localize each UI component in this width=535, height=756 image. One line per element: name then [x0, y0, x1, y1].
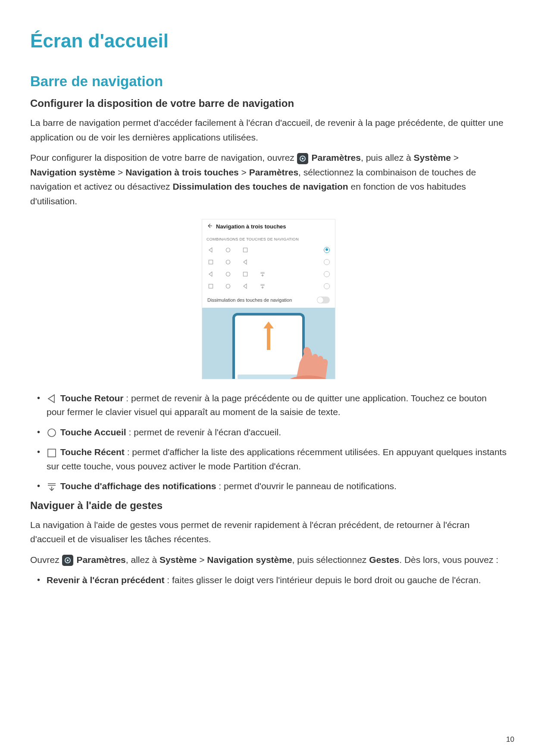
back-triangle-icon [242, 283, 249, 290]
text: , puis allez à [361, 153, 414, 162]
recent-square-icon [47, 448, 57, 458]
document-page: Écran d'accueil Barre de navigation Conf… [0, 0, 535, 756]
hand-pointer-icon [287, 337, 335, 379]
key-title: Touche Retour [60, 393, 124, 403]
bullet-title: Revenir à l'écran précédent [47, 575, 164, 585]
label-parametres: Paramètres [76, 555, 125, 565]
nav-combo-row [202, 256, 335, 268]
text: > [239, 167, 249, 177]
home-circle-icon [225, 271, 232, 278]
back-triangle-icon [207, 247, 214, 253]
text: > [115, 167, 125, 177]
list-item: Touche d'affichage des notifications : p… [37, 479, 507, 494]
subsection-heading-2: Naviguer à l'aide de gestes [30, 500, 507, 512]
radio-selected-icon [324, 247, 330, 253]
notification-pull-icon [47, 482, 57, 492]
back-triangle-icon [242, 259, 249, 266]
gesture-list: Revenir à l'écran précédent : faites gli… [35, 573, 507, 587]
svg-rect-4 [243, 248, 247, 252]
page-title: Écran d'accueil [30, 30, 507, 52]
key-list: Touche Retour : permet de revenir à la p… [35, 391, 507, 494]
radio-icon [324, 259, 330, 265]
up-arrow-icon [263, 320, 275, 352]
nav-combo-row [202, 268, 335, 280]
notification-pull-icon [259, 271, 266, 278]
label-nav-systeme: Navigation système [30, 167, 115, 177]
home-circle-icon [225, 283, 232, 290]
bullet-desc: : faites glisser le doigt vers l'intérie… [164, 575, 481, 585]
back-triangle-icon [47, 394, 57, 404]
label-nav-systeme: Navigation système [207, 555, 292, 565]
nav-combo-row [202, 244, 335, 256]
label-parametres: Paramètres [312, 153, 361, 162]
label-systeme: Système [160, 555, 197, 565]
text: > [197, 555, 207, 565]
key-title: Touche d'affichage des notifications [60, 481, 216, 491]
nav-combo-row [202, 280, 335, 292]
text: > [451, 153, 459, 162]
svg-point-16 [66, 559, 68, 561]
settings-gear-icon [62, 555, 73, 566]
recent-square-icon [207, 283, 214, 290]
label-systeme: Système [414, 153, 451, 162]
svg-point-10 [226, 284, 230, 288]
key-desc: : permet de revenir à l'écran d'accueil. [126, 427, 281, 437]
label-parametres2: Paramètres [249, 167, 298, 177]
list-item: Touche Récent : permet d'afficher la lis… [37, 445, 507, 473]
back-arrow-icon [206, 223, 213, 230]
svg-point-6 [226, 260, 230, 264]
recent-square-icon [242, 271, 249, 278]
notification-pull-icon [259, 283, 266, 290]
svg-point-12 [48, 429, 56, 437]
list-item: Touche Retour : permet de revenir à la p… [37, 391, 507, 419]
text: , puis sélectionnez [292, 555, 369, 565]
screenshot-subtitle: COMBINAISONS DE TOUCHES DE NAVIGATION [202, 234, 335, 244]
paragraph: La barre de navigation permet d'accéder … [30, 116, 507, 144]
toggle-label: Dissimulation des touches de navigation [207, 297, 292, 303]
section-heading: Barre de navigation [30, 73, 507, 90]
list-item: Touche Accueil : permet de revenir à l'é… [37, 425, 507, 440]
toggle-off-icon [317, 297, 330, 303]
recent-square-icon [207, 259, 214, 266]
gesture-illustration [202, 308, 335, 379]
text: , allez à [126, 555, 160, 565]
label-gestes: Gestes [369, 555, 399, 565]
key-title: Touche Récent [60, 447, 125, 457]
svg-rect-8 [243, 272, 247, 276]
home-circle-icon [47, 428, 57, 438]
label-nav3: Navigation à trois touches [125, 167, 239, 177]
page-number: 10 [506, 735, 514, 744]
text: Pour configurer la disposition de votre … [30, 153, 297, 162]
label-dissimulation: Dissimulation des touches de navigation [172, 181, 348, 191]
list-item: Revenir à l'écran précédent : faites gli… [37, 573, 507, 587]
svg-rect-5 [209, 260, 213, 264]
settings-gear-icon [297, 153, 308, 164]
svg-rect-13 [48, 449, 56, 457]
screenshot-illustration: Navigation à trois touches COMBINAISONS … [202, 219, 335, 379]
paragraph: Pour configurer la disposition de votre … [30, 150, 507, 208]
text: . Dès lors, vous pouvez : [399, 555, 498, 565]
svg-point-3 [226, 248, 230, 252]
text: Ouvrez [30, 555, 62, 565]
key-desc: : permet d'ouvrir le panneau de notifica… [216, 481, 397, 491]
recent-square-icon [242, 247, 249, 253]
subsection-heading-1: Configurer la disposition de votre barre… [30, 97, 507, 109]
home-circle-icon [225, 259, 232, 266]
radio-icon [324, 271, 330, 277]
svg-point-7 [226, 272, 230, 276]
paragraph: La navigation à l'aide de gestes vous pe… [30, 518, 507, 547]
key-title: Touche Accueil [60, 427, 126, 437]
back-triangle-icon [207, 271, 214, 278]
paragraph: Ouvrez Paramètres, allez à Système > Nav… [30, 553, 507, 567]
radio-icon [324, 283, 330, 289]
svg-point-2 [302, 157, 303, 159]
screenshot-title: Navigation à trois touches [216, 223, 286, 230]
home-circle-icon [225, 247, 232, 253]
svg-rect-9 [209, 284, 213, 288]
